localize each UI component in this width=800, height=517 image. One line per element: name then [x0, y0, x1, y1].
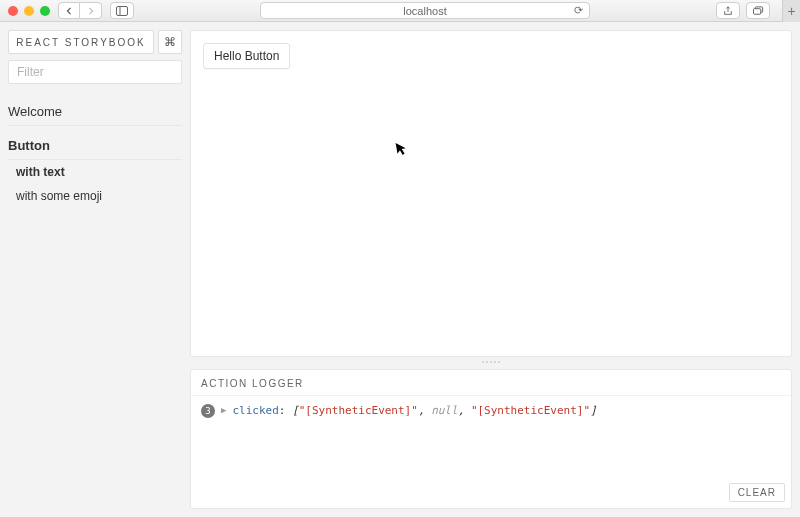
main-column: Hello Button ACTION LOGGER 3 ▶ clicked: …	[190, 30, 792, 509]
forward-button[interactable]	[80, 2, 102, 19]
sidebar-toggle-button[interactable]	[110, 2, 134, 19]
command-icon: ⌘	[164, 35, 176, 49]
address-bar-container: localhost ⟳	[142, 2, 708, 19]
story-with-some-emoji[interactable]: with some emoji	[8, 184, 182, 208]
nav-buttons	[58, 2, 102, 19]
svg-rect-3	[753, 8, 760, 14]
share-button[interactable]	[716, 2, 740, 19]
brand-label: REACT STORYBOOK	[16, 37, 145, 48]
hello-button-label: Hello Button	[214, 49, 279, 63]
log-line: clicked: ["[SyntheticEvent]", null, "[Sy…	[232, 404, 596, 417]
sidebar: REACT STORYBOOK ⌘ Welcome Button with te…	[8, 30, 182, 509]
kind-label: Button	[8, 138, 50, 153]
story-label: with some emoji	[16, 189, 102, 203]
clear-button-label: CLEAR	[738, 487, 776, 498]
filter-input[interactable]	[8, 60, 182, 84]
action-logger-title: ACTION LOGGER	[191, 370, 791, 396]
story-label: with text	[16, 165, 65, 179]
svg-rect-0	[117, 6, 128, 15]
url-text: localhost	[403, 5, 446, 17]
back-button[interactable]	[58, 2, 80, 19]
expand-caret-icon[interactable]: ▶	[221, 405, 226, 415]
minimize-window-button[interactable]	[24, 6, 34, 16]
action-count-badge: 3	[201, 404, 215, 418]
new-tab-button[interactable]: +	[782, 0, 800, 22]
kind-welcome[interactable]: Welcome	[8, 98, 182, 126]
action-logger-body: 3 ▶ clicked: ["[SyntheticEvent]", null, …	[191, 396, 791, 426]
arg-3: "[SyntheticEvent]"	[471, 404, 590, 417]
clear-button[interactable]: CLEAR	[729, 483, 785, 502]
action-logger-panel: ACTION LOGGER 3 ▶ clicked: ["[SyntheticE…	[190, 369, 792, 509]
preview-panel: Hello Button	[190, 30, 792, 357]
share-icon	[723, 6, 733, 16]
right-tools	[716, 2, 770, 19]
sidebar-icon	[116, 6, 128, 16]
window-controls	[8, 6, 50, 16]
kind-label: Welcome	[8, 104, 62, 119]
hello-button[interactable]: Hello Button	[203, 43, 290, 69]
kind-button[interactable]: Button	[8, 132, 182, 160]
close-window-button[interactable]	[8, 6, 18, 16]
story-with-text[interactable]: with text	[8, 160, 182, 184]
zoom-window-button[interactable]	[40, 6, 50, 16]
panel-resize-handle[interactable]	[471, 361, 511, 365]
chevron-right-icon	[87, 7, 95, 15]
tabs-button[interactable]	[746, 2, 770, 19]
event-name: clicked	[232, 404, 278, 417]
address-bar[interactable]: localhost ⟳	[260, 2, 590, 19]
storybook-app: REACT STORYBOOK ⌘ Welcome Button with te…	[0, 22, 800, 517]
brand-button[interactable]: REACT STORYBOOK	[8, 30, 154, 54]
cursor-icon	[394, 140, 409, 161]
reload-button[interactable]: ⟳	[574, 4, 583, 17]
arg-1: "[SyntheticEvent]"	[299, 404, 418, 417]
tabs-icon	[753, 6, 764, 16]
kind-list: Welcome Button with text with some emoji	[8, 98, 182, 208]
shortcuts-button[interactable]: ⌘	[158, 30, 182, 54]
arg-2: null	[431, 404, 458, 417]
browser-toolbar: localhost ⟳ +	[0, 0, 800, 22]
chevron-left-icon	[65, 7, 73, 15]
